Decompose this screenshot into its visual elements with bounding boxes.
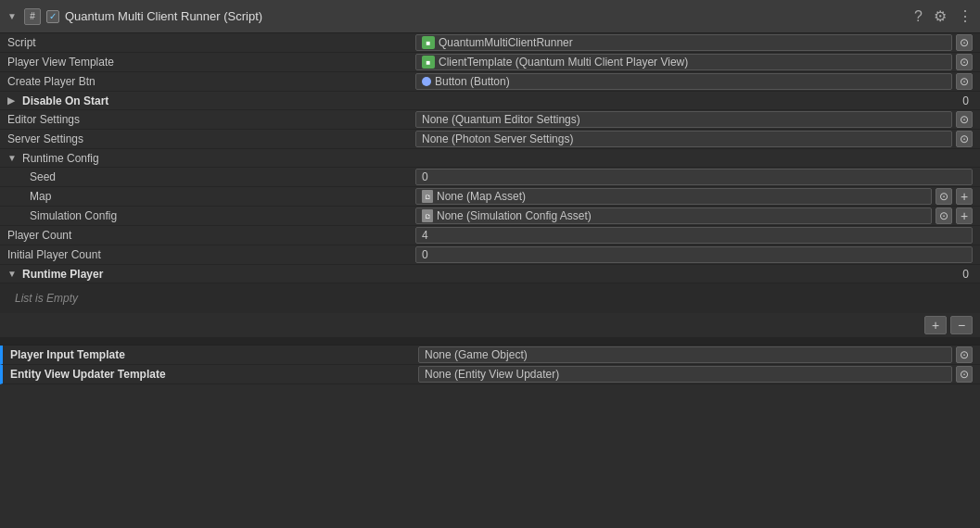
editor-settings-field[interactable]: None (Quantum Editor Settings) xyxy=(415,111,952,128)
section-divider xyxy=(0,338,980,346)
entity-view-updater-label: Entity View Updater Template xyxy=(10,368,418,381)
player-view-template-circle-btn[interactable]: ⊙ xyxy=(956,54,973,70)
create-player-btn-text: Button (Button) xyxy=(435,75,510,88)
player-count-label: Player Count xyxy=(7,229,415,242)
seed-row: Seed 0 xyxy=(0,168,980,187)
create-player-btn-value: Button (Button) ⊙ xyxy=(415,73,973,90)
header-actions: ? ⚙ ⋮ xyxy=(914,7,973,25)
editor-settings-label: Editor Settings xyxy=(7,113,415,126)
runtime-config-text: Runtime Config xyxy=(22,152,99,165)
create-player-btn-field[interactable]: Button (Button) xyxy=(415,73,952,90)
list-buttons-area: + − xyxy=(0,313,980,338)
player-input-template-label: Player Input Template xyxy=(10,348,418,361)
editor-settings-row: Editor Settings None (Quantum Editor Set… xyxy=(0,110,980,130)
runtime-config-row: Runtime Config xyxy=(0,149,980,168)
server-settings-field[interactable]: None (Photon Server Settings) xyxy=(415,131,952,147)
simulation-config-value: 🗋 None (Simulation Config Asset) ⊙ + xyxy=(415,207,973,224)
seed-input[interactable]: 0 xyxy=(415,169,973,185)
player-count-value: 4 xyxy=(415,227,973,244)
map-value: 🗋 None (Map Asset) ⊙ + xyxy=(415,188,973,205)
seed-label: Seed xyxy=(7,170,415,183)
settings-button[interactable]: ⚙ xyxy=(934,7,947,25)
simulation-config-row: Simulation Config 🗋 None (Simulation Con… xyxy=(0,207,980,226)
script-circle-btn[interactable]: ⊙ xyxy=(956,34,973,51)
simulation-config-label: Simulation Config xyxy=(7,209,415,222)
map-field[interactable]: 🗋 None (Map Asset) xyxy=(415,188,932,205)
editor-settings-circle-btn[interactable]: ⊙ xyxy=(956,111,973,128)
content-area: Script ■ QuantumMultiClientRunner ⊙ Play… xyxy=(0,33,980,528)
player-input-template-row: Player Input Template None (Game Object)… xyxy=(0,346,980,365)
player-view-template-text: ClientTemplate (Quantum Multi Client Pla… xyxy=(439,56,688,69)
server-settings-text: None (Photon Server Settings) xyxy=(422,132,573,145)
simulation-config-field[interactable]: 🗋 None (Simulation Config Asset) xyxy=(415,207,932,224)
runtime-player-row: Runtime Player 0 xyxy=(0,265,980,283)
map-plus-btn[interactable]: + xyxy=(956,188,973,205)
initial-player-count-row: Initial Player Count 0 xyxy=(0,245,980,265)
player-view-template-icon: ■ xyxy=(422,56,435,69)
simulation-config-text: None (Simulation Config Asset) xyxy=(437,209,592,222)
disable-on-start-value: 0 xyxy=(415,94,973,107)
map-label: Map xyxy=(7,190,415,203)
help-button[interactable]: ? xyxy=(914,8,923,25)
script-value: ■ QuantumMultiClientRunner ⊙ xyxy=(415,34,973,51)
player-view-template-field[interactable]: ■ ClientTemplate (Quantum Multi Client P… xyxy=(415,54,952,70)
component-title: Quantum Multi Client Runner (Script) xyxy=(65,9,262,23)
component-window: # ✓ Quantum Multi Client Runner (Script)… xyxy=(0,0,980,528)
entity-view-updater-value: None (Entity View Updater) ⊙ xyxy=(418,366,973,383)
disable-on-start-text: Disable On Start xyxy=(22,94,108,107)
menu-button[interactable]: ⋮ xyxy=(958,7,973,25)
editor-settings-value: None (Quantum Editor Settings) ⊙ xyxy=(415,111,973,128)
entity-view-updater-field[interactable]: None (Entity View Updater) xyxy=(418,366,952,383)
entity-view-updater-field-text: None (Entity View Updater) xyxy=(425,368,559,381)
server-settings-label: Server Settings xyxy=(7,132,415,145)
simulation-config-icon: 🗋 xyxy=(422,209,433,222)
map-text: None (Map Asset) xyxy=(437,190,526,203)
component-icon: # xyxy=(24,8,41,25)
list-add-button[interactable]: + xyxy=(924,316,947,334)
player-count-row: Player Count 4 xyxy=(0,226,980,245)
script-field[interactable]: ■ QuantumMultiClientRunner xyxy=(415,34,952,51)
player-input-template-field-text: None (Game Object) xyxy=(425,348,528,361)
create-player-btn-row: Create Player Btn Button (Button) ⊙ xyxy=(0,72,980,92)
player-input-template-text: Player Input Template xyxy=(10,348,125,361)
server-settings-row: Server Settings None (Photon Server Sett… xyxy=(0,130,980,149)
player-view-template-label: Player View Template xyxy=(7,56,415,69)
runtime-player-number: 0 xyxy=(415,268,973,281)
entity-view-updater-circle-btn[interactable]: ⊙ xyxy=(956,366,973,383)
initial-player-count-label: Initial Player Count xyxy=(7,248,415,261)
seed-value: 0 xyxy=(415,169,973,185)
runtime-config-triangle[interactable] xyxy=(7,153,19,163)
disable-on-start-triangle[interactable] xyxy=(7,95,19,106)
runtime-player-triangle[interactable] xyxy=(7,269,19,279)
collapse-triangle[interactable] xyxy=(7,11,19,21)
runtime-player-text: Runtime Player xyxy=(22,268,103,281)
create-player-btn-label: Create Player Btn xyxy=(7,75,415,88)
initial-player-count-value: 0 xyxy=(415,246,973,263)
map-icon: 🗋 xyxy=(422,190,433,203)
initial-player-count-input[interactable]: 0 xyxy=(415,246,973,263)
runtime-player-value: 0 xyxy=(415,268,973,281)
player-view-template-row: Player View Template ■ ClientTemplate (Q… xyxy=(0,53,980,72)
map-circle-btn[interactable]: ⊙ xyxy=(935,188,952,205)
script-row: Script ■ QuantumMultiClientRunner ⊙ xyxy=(0,33,980,53)
script-field-icon: ■ xyxy=(422,36,435,49)
list-remove-button[interactable]: − xyxy=(950,316,973,334)
simulation-config-circle-btn[interactable]: ⊙ xyxy=(935,207,952,224)
list-empty-text: List is Empty xyxy=(15,292,78,305)
create-player-btn-circle-btn[interactable]: ⊙ xyxy=(956,73,973,90)
entity-view-updater-row: Entity View Updater Template None (Entit… xyxy=(0,365,980,384)
component-header: # ✓ Quantum Multi Client Runner (Script)… xyxy=(0,0,980,33)
simulation-config-plus-btn[interactable]: + xyxy=(956,207,973,224)
disable-on-start-label: Disable On Start xyxy=(7,94,415,107)
script-label: Script xyxy=(7,36,415,49)
player-input-template-value: None (Game Object) ⊙ xyxy=(418,346,973,363)
player-input-template-circle-btn[interactable]: ⊙ xyxy=(956,346,973,363)
server-settings-circle-btn[interactable]: ⊙ xyxy=(956,131,973,147)
enable-checkbox[interactable]: ✓ xyxy=(46,10,59,23)
player-input-template-field[interactable]: None (Game Object) xyxy=(418,346,952,363)
editor-settings-text: None (Quantum Editor Settings) xyxy=(422,113,580,126)
player-count-input[interactable]: 4 xyxy=(415,227,973,244)
map-row: Map 🗋 None (Map Asset) ⊙ + xyxy=(0,187,980,207)
disable-on-start-row: Disable On Start 0 xyxy=(0,92,980,110)
disable-on-start-number: 0 xyxy=(415,94,973,107)
